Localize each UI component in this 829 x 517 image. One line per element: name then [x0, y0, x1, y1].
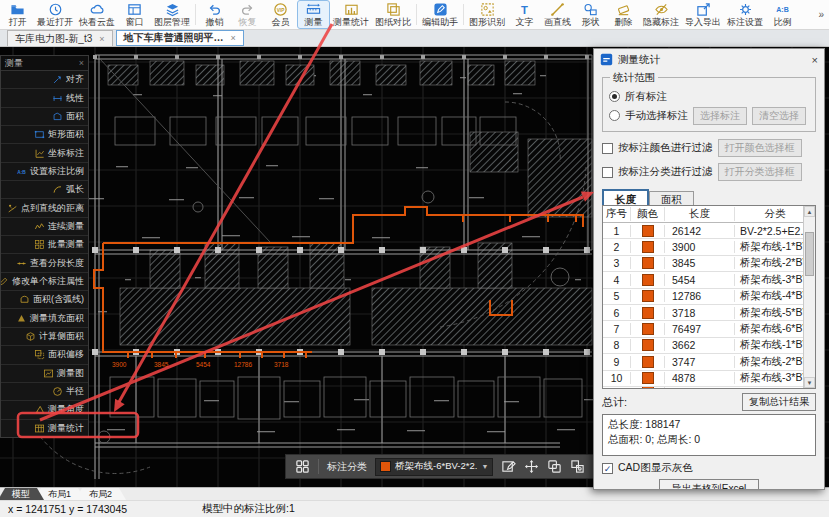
toolbar-button-annotation-settings[interactable]: 标注设置 [724, 0, 766, 29]
toolbar-button-drawing-compare[interactable]: 图纸对比 [372, 0, 414, 29]
move-icon[interactable] [524, 459, 539, 474]
export-excel-button[interactable]: 导出表格到Excel [659, 479, 759, 490]
radio-all-annotations[interactable] [609, 91, 620, 102]
radio-manual-select[interactable] [609, 110, 620, 121]
sidebar-item-fill-area[interactable]: 测量填充面积 [1, 309, 88, 327]
sidebar-item-align[interactable]: 对齐 [1, 71, 88, 89]
sidebar-item-linear[interactable]: 线性 [1, 89, 88, 107]
total-length-text: 总长度: 188147 [608, 417, 810, 432]
table-row[interactable]: 10 4878 桥架布线-3*BV... [603, 371, 815, 387]
table-header: 序号颜色长度分类 [603, 206, 815, 223]
toolbar-button-measure-stats[interactable]: 测量统计 [330, 0, 372, 29]
toolbar-button-import-export[interactable]: 导入导出 [682, 0, 724, 29]
sidebar-item-label: 弧长 [66, 183, 84, 196]
toolbar-button-layer-manager[interactable]: 图层管理 [151, 0, 193, 29]
document-tab-2[interactable]: 地下车库普通照明平… × [116, 30, 244, 46]
layout-tab-layout2[interactable]: 布局2 [75, 488, 126, 500]
sidebar-item-label: 连续测量 [48, 220, 84, 233]
cad-gray-checkbox[interactable]: ✓ [602, 463, 613, 474]
table-row[interactable]: 8 3662 桥架布线-1*BV... [603, 338, 815, 354]
toolbar-button-shape-recognition[interactable]: 图形识别 [466, 0, 508, 29]
toolbar-button-scale[interactable]: A:B比例 [766, 0, 799, 29]
row-length: 4878 [665, 372, 735, 384]
sidebar-item-point-line-distance[interactable]: 点到直线的距离 [1, 199, 88, 217]
toolbar-button-text[interactable]: T文字 [508, 0, 541, 29]
sidebar-item-rect-area[interactable]: 矩形面积 [1, 126, 88, 144]
close-icon[interactable]: × [99, 34, 104, 44]
sidebar-item-batch-measure[interactable]: 批量测量 [1, 236, 88, 254]
class-filter-checkbox[interactable] [602, 167, 613, 178]
sidebar-item-continuous-measure[interactable]: 连续测量 [1, 218, 88, 236]
toolbar-button-shape[interactable]: 形状 [574, 0, 607, 29]
close-icon[interactable]: × [812, 54, 818, 66]
toolbar-button-draw-line[interactable]: 画直线 [541, 0, 574, 29]
row-number: 10 [603, 372, 631, 384]
toolbar-button-label: 会员 [272, 17, 290, 27]
sidebar-item-area-offset[interactable]: 面积偏移 [1, 346, 88, 364]
toolbar-button-open[interactable]: 打开 [1, 0, 34, 29]
table-row[interactable]: 2 3900 桥架布线-1*BV... [603, 239, 815, 255]
open-class-picker-button[interactable]: 打开分类选择框 [718, 163, 802, 181]
close-icon[interactable]: × [79, 58, 84, 68]
svg-text:VIP: VIP [277, 8, 285, 13]
sidebar-item-measure-map[interactable]: 测量图 [1, 365, 88, 383]
toolbar-button-undo[interactable]: 撤销 [198, 0, 231, 29]
toolbar-separator [195, 4, 196, 25]
table-row[interactable]: 3 3845 桥架布线-2*BV... [603, 256, 815, 272]
copy-total-button[interactable]: 复制总计结果 [742, 393, 816, 411]
sidebar-item-annotation-scale[interactable]: A:B 设置标注比例 [1, 163, 88, 181]
scroll-up-icon[interactable]: ▲ [804, 206, 815, 217]
toolbar-button-redo[interactable]: 恢复 [231, 0, 264, 29]
category-dropdown[interactable]: 桥架布线-6*BV-2*2. ▼ [375, 458, 493, 476]
measure-length-label: 3718 [274, 361, 289, 368]
tab-length[interactable]: 长度 [602, 189, 649, 205]
toolbar-overflow-button[interactable]: » [814, 9, 828, 20]
toolbar-button-recent-open[interactable]: 最近打开 [34, 0, 76, 29]
toolbar-button-vip[interactable]: VIP会员 [264, 0, 297, 29]
table-scrollbar[interactable]: ▲ ▼ [803, 206, 815, 388]
sidebar-item-measure-angle[interactable]: 测量角度 [1, 401, 88, 419]
toolbar-button-window[interactable]: 窗口 [118, 0, 151, 29]
dialog-icon [600, 53, 613, 66]
edit-icon[interactable] [501, 459, 516, 474]
sidebar-item-side-area[interactable]: 计算侧面积 [1, 328, 88, 346]
table-row[interactable]: 9 3747 桥架布线-2*BV... [603, 354, 815, 370]
clear-selection-button[interactable]: 清空选择 [752, 107, 806, 125]
sidebar-item-coord-annotation[interactable]: 坐标标注 [1, 144, 88, 162]
select-annotations-button[interactable]: 选择标注 [693, 107, 747, 125]
linear-icon [52, 93, 63, 104]
toolbar-button-cloud-disk[interactable]: 快看云盘 [76, 0, 118, 29]
toolbar-button-edit-assistant[interactable]: 编辑助手 [419, 0, 461, 29]
sidebar-item-measure-stats[interactable]: 测量统计 [1, 420, 88, 437]
sidebar-item-area[interactable]: 面积 [1, 108, 88, 126]
align-icon [52, 74, 63, 85]
table-row[interactable]: 4 5454 桥架布线-3*BV... [603, 272, 815, 288]
open-color-picker-button[interactable]: 打开颜色选择框 [718, 139, 802, 157]
toolbar-button-hide-annotation[interactable]: 隐藏标注 [640, 0, 682, 29]
column-header: 长度 [665, 207, 735, 221]
measure-stats-dialog: 测量统计 × 统计范围 所有标注 手动选择标注 选择标注 清空选择 按标注颜色进… [593, 48, 825, 490]
sidebar-item-modify-annotation[interactable]: 修改单个标注属性 [1, 273, 88, 291]
table-row[interactable]: 6 3718 桥架布线-5*BV... [603, 305, 815, 321]
table-row[interactable]: 7 76497 桥架布线-6*BV... [603, 321, 815, 337]
paste-lock-icon[interactable] [570, 459, 585, 474]
table-row[interactable]: 5 12786 桥架布线-4*BV... [603, 289, 815, 305]
document-tab-1[interactable]: 车库电力图-新_t3 × [7, 30, 113, 46]
scrollbar-thumb[interactable] [805, 232, 814, 276]
layout-tab-model[interactable]: 模型 [0, 488, 44, 500]
grid-icon[interactable] [295, 459, 310, 474]
sidebar-item-area-arc[interactable]: 面积(含弧线) [1, 291, 88, 309]
scroll-down-icon[interactable]: ▼ [804, 377, 815, 388]
toolbar-divider [318, 459, 319, 474]
color-filter-checkbox[interactable] [602, 143, 613, 154]
close-icon[interactable]: × [231, 33, 236, 43]
toolbar-button-measure[interactable]: 测量 [297, 0, 330, 29]
sidebar-item-segment-length[interactable]: 查看分段长度 [1, 254, 88, 272]
toolbar-button-label: 快看云盘 [79, 17, 115, 27]
table-row[interactable]: 1 26142 BV-2*2.5+E2.5 [603, 223, 815, 239]
copy-icon[interactable] [547, 459, 562, 474]
toolbar-button-delete[interactable]: 删除 [607, 0, 640, 29]
tab-area[interactable]: 面积 [649, 191, 694, 205]
sidebar-item-arc-length[interactable]: 弧长 [1, 181, 88, 199]
sidebar-item-radius[interactable]: 半径 [1, 383, 88, 401]
